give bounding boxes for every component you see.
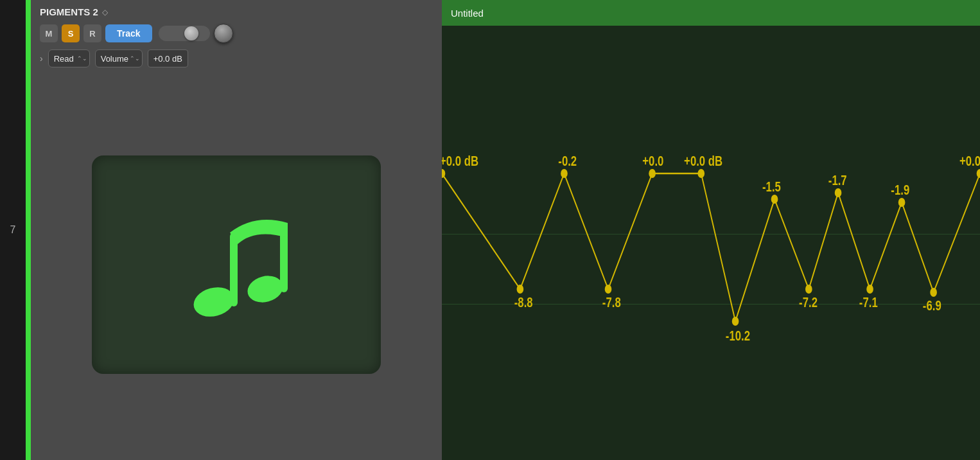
svg-point-16 (930, 288, 937, 297)
svg-point-9 (697, 169, 704, 178)
expand-chevron[interactable]: › (40, 53, 43, 64)
solo-button[interactable]: S (62, 24, 80, 42)
svg-text:-10.2: -10.2 (726, 328, 750, 344)
svg-text:+0.0 dB: +0.0 dB (959, 153, 980, 169)
svg-point-8 (649, 169, 656, 178)
track-title: PIGMENTS 2 (40, 6, 98, 17)
album-art-box (92, 155, 381, 374)
svg-point-7 (605, 285, 612, 294)
green-accent-bar (26, 0, 31, 460)
track-title-row: PIGMENTS 2 ◇ (40, 6, 433, 17)
automation-mode-select[interactable]: Read Off Write Touch Latch (48, 49, 90, 67)
svg-text:+0.0 dB: +0.0 dB (442, 153, 478, 169)
pan-knob[interactable] (214, 24, 233, 43)
track-header-panel: PIGMENTS 2 ◇ M S R Track › Read Off Writ… (31, 0, 442, 460)
svg-point-13 (835, 188, 842, 197)
db-value-badge: +0.0 dB (148, 49, 188, 67)
music-note-icon (166, 194, 307, 335)
record-button[interactable]: R (83, 24, 101, 42)
svg-point-10 (732, 317, 739, 326)
svg-rect-2 (230, 233, 238, 306)
slider-thumb (184, 26, 198, 40)
mute-button[interactable]: M (40, 24, 58, 42)
track-number: 7 (10, 224, 16, 236)
svg-text:-0.2: -0.2 (558, 153, 577, 169)
svg-point-11 (771, 195, 778, 204)
track-title-arrow: ◇ (102, 8, 108, 17)
automation-param-select[interactable]: Volume Pan Mute (95, 49, 143, 67)
automation-mode-wrapper: Read Off Write Touch Latch (48, 49, 90, 67)
automation-param-wrapper: Volume Pan Mute (95, 49, 143, 67)
automation-curve-svg: +0.0 dB -8.8 -0.2 -7.8 +0.0 +0.0 dB -10.… (442, 26, 980, 460)
svg-point-17 (977, 169, 980, 178)
svg-text:-8.8: -8.8 (514, 294, 533, 310)
sidebar-strip: 7 (0, 0, 26, 460)
automation-canvas[interactable]: +0.0 dB -8.8 -0.2 -7.8 +0.0 +0.0 dB -10.… (442, 26, 980, 460)
svg-point-1 (245, 272, 286, 306)
svg-text:+0.0 dB: +0.0 dB (684, 153, 722, 169)
automation-panel: Untitled +0.0 dB -8.8 (442, 0, 980, 460)
svg-point-5 (517, 285, 524, 294)
track-controls-row: M S R Track (40, 24, 433, 43)
track-sub-row: › Read Off Write Touch Latch Volume Pan … (40, 49, 433, 67)
svg-text:-6.9: -6.9 (923, 297, 941, 314)
svg-text:+0.0: +0.0 (642, 153, 663, 169)
album-art-area (40, 75, 433, 454)
svg-text:-7.1: -7.1 (859, 294, 878, 310)
volume-slider[interactable] (159, 26, 210, 41)
svg-point-14 (866, 285, 873, 294)
svg-point-12 (805, 285, 812, 294)
automation-title: Untitled (451, 8, 484, 19)
automation-header: Untitled (442, 0, 980, 26)
svg-text:-1.5: -1.5 (762, 179, 781, 195)
svg-text:-7.8: -7.8 (602, 294, 621, 310)
svg-point-15 (898, 198, 906, 207)
track-button[interactable]: Track (105, 24, 152, 42)
svg-text:-1.9: -1.9 (891, 182, 909, 198)
svg-text:-7.2: -7.2 (799, 294, 818, 310)
svg-text:-1.7: -1.7 (828, 172, 847, 188)
svg-point-6 (561, 169, 568, 178)
